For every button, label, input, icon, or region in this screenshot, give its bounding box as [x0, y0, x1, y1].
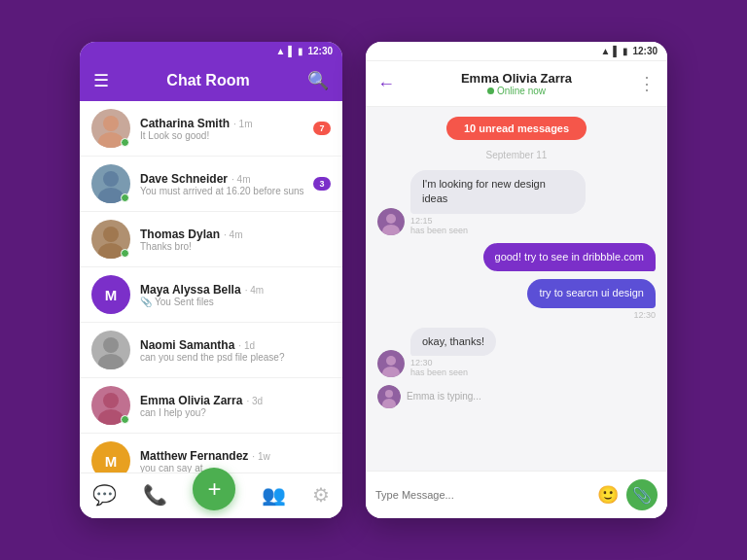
message-preview: can you send the psd file please? — [140, 352, 331, 363]
message-row-sent: try to searcn ui design 12:30 — [377, 279, 656, 319]
message-bubble: I'm looking for new design ideas — [410, 170, 586, 214]
message-input-bar: 🙂 📎 — [366, 471, 667, 518]
chat-item[interactable]: Naomi Samantha · 1d can you send the psd… — [80, 323, 342, 378]
status-text: Online now — [497, 86, 546, 96]
svg-point-17 — [385, 390, 393, 398]
add-fab-button[interactable]: + — [193, 468, 235, 510]
message-time: · 4m — [245, 285, 264, 296]
unread-banner: 10 unread messages — [446, 117, 587, 140]
message-time: · 4m — [224, 229, 242, 240]
message-bubble: good! try to see in dribbble.com — [483, 243, 656, 271]
message-time: 12:15 — [410, 216, 433, 226]
chat-item[interactable]: Dave Schneider · 4m You must arrived at … — [80, 157, 342, 212]
add-icon: + — [207, 475, 221, 503]
message-bubble: okay, thanks! — [410, 328, 496, 356]
status-dot — [487, 88, 494, 94]
contact-name: Dave Schneider — [140, 172, 228, 186]
status-time-right: 12:30 — [632, 46, 658, 56]
svg-point-9 — [98, 409, 124, 425]
wifi-icon: ▲ — [275, 46, 285, 56]
chat-info: Naomi Samantha · 1d can you send the psd… — [140, 338, 331, 363]
message-time: · 4m — [231, 174, 250, 185]
status-icons-right: ▲ ▌ ▮ — [600, 46, 628, 56]
chat-item[interactable]: M Maya Alyssa Bella · 4m 📎 You Sent file… — [80, 267, 342, 323]
signal-icon: ▌ — [613, 46, 620, 56]
chat-info: Emma Olivia Zarra · 3d can I help you? — [140, 394, 331, 418]
avatar: M — [91, 275, 130, 314]
svg-point-7 — [98, 354, 124, 369]
message-preview: you can say at... — [140, 463, 331, 473]
message-time: · 1d — [238, 340, 255, 351]
message-bubble: try to searcn ui design — [527, 279, 656, 307]
more-options-button[interactable]: ⋮ — [638, 73, 656, 94]
avatar: M — [91, 441, 130, 472]
message-meta: 12:30 has been seen — [410, 358, 496, 377]
contact-status: Online now — [403, 86, 630, 96]
messages-area: 10 unread messages September 11 I'm look… — [366, 107, 667, 471]
contact-info: Emma Olivia Zarra Online now — [403, 71, 630, 96]
message-row-sent: good! try to see in dribbble.com — [377, 243, 656, 271]
search-button[interactable]: 🔍 — [307, 70, 329, 91]
typing-avatar — [377, 385, 401, 408]
status-icons-left: ▲ ▌ ▮ — [275, 46, 303, 56]
call-nav-button[interactable]: 📞 — [143, 483, 167, 507]
svg-point-8 — [103, 393, 119, 408]
bottom-nav: 💬 📞 + 👥 ⚙ — [80, 472, 342, 518]
emoji-button[interactable]: 🙂 — [597, 484, 619, 506]
avatar-wrap — [91, 331, 130, 369]
chat-item[interactable]: M Matthew Fernandez · 1w you can say at.… — [80, 434, 342, 472]
contact-name: Naomi Samantha — [140, 338, 234, 352]
typing-indicator: Emma is typing... — [377, 385, 656, 408]
chat-info: Maya Alyssa Bella · 4m 📎 You Sent files — [140, 283, 331, 307]
date-separator: September 11 — [377, 150, 656, 160]
message-preview: You must arrived at 16.20 before sunset — [140, 186, 303, 196]
online-indicator — [121, 193, 129, 202]
chat-detail-phone: ▲ ▌ ▮ 12:30 ← Emma Olivia Zarra Online n… — [366, 42, 667, 518]
svg-point-0 — [103, 116, 119, 131]
chat-item[interactable]: Thomas Dylan · 4m Thanks bro! — [80, 212, 342, 267]
sender-avatar — [377, 350, 405, 377]
battery-icon: ▮ — [298, 46, 303, 56]
battery-icon: ▮ — [622, 46, 628, 56]
sender-avatar — [377, 208, 405, 235]
message-time: 12:30 — [410, 358, 433, 368]
message-preview: 📎 You Sent files — [140, 297, 331, 307]
attach-button[interactable]: 📎 — [626, 479, 658, 510]
svg-point-1 — [98, 132, 124, 148]
chat-info: Thomas Dylan · 4m Thanks bro! — [140, 228, 331, 252]
people-nav-button[interactable]: 👥 — [262, 483, 286, 507]
attach-icon: 📎 — [632, 486, 652, 505]
wifi-icon: ▲ — [600, 46, 610, 56]
chat-detail-header: ← Emma Olivia Zarra Online now ⋮ — [366, 61, 667, 107]
avatar-wrap — [91, 220, 130, 259]
message-preview: can I help you? — [140, 407, 331, 418]
online-indicator — [121, 249, 129, 258]
preview-text: You Sent files — [155, 297, 214, 307]
message-row-received: I'm looking for new design ideas 12:15 h… — [377, 170, 656, 235]
signal-icon: ▌ — [288, 46, 295, 56]
svg-point-6 — [103, 337, 119, 353]
chat-info: Dave Schneider · 4m You must arrived at … — [140, 172, 303, 196]
avatar-wrap — [91, 386, 130, 425]
message-meta: 12:15 has been seen — [410, 216, 586, 235]
contact-name: Emma Olivia Zarra — [403, 71, 630, 86]
chat-room-header: ☰ Chat Room 🔍 — [80, 60, 342, 101]
chat-list: Catharina Smith · 1m It Look so good! 7 … — [80, 101, 342, 472]
avatar-wrap: M — [91, 441, 130, 472]
status-bar-right: ▲ ▌ ▮ 12:30 — [366, 42, 667, 61]
svg-point-2 — [103, 171, 119, 187]
typing-text: Emma is typing... — [407, 391, 481, 402]
message-input[interactable] — [375, 489, 589, 501]
svg-point-3 — [98, 188, 124, 203]
chat-nav-button[interactable]: 💬 — [92, 483, 117, 507]
unread-badge: 3 — [313, 177, 331, 191]
menu-icon[interactable]: ☰ — [93, 70, 109, 91]
back-button[interactable]: ← — [377, 74, 395, 94]
message-time: 12:30 — [633, 310, 656, 320]
contact-name: Maya Alyssa Bella — [140, 283, 241, 297]
settings-nav-button[interactable]: ⚙ — [312, 483, 330, 507]
chat-item[interactable]: Emma Olivia Zarra · 3d can I help you? — [80, 378, 342, 434]
contact-name: Catharina Smith — [140, 117, 230, 130]
chat-item[interactable]: Catharina Smith · 1m It Look so good! 7 — [80, 101, 342, 157]
contact-name: Matthew Fernandez — [140, 449, 248, 463]
